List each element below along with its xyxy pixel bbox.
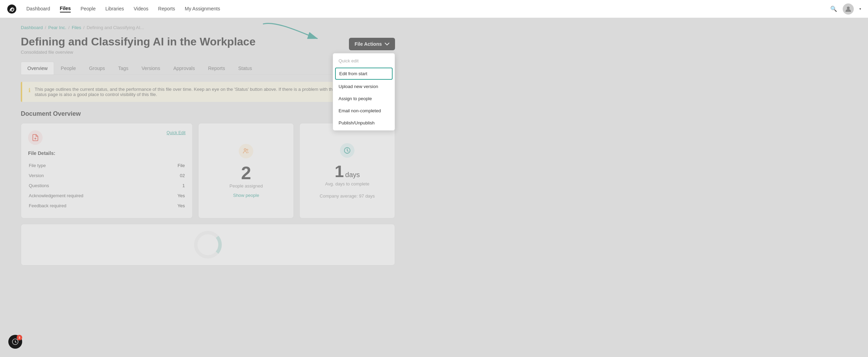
file-actions-dropdown: Quick edit Edit from start Upload new ve… xyxy=(333,53,395,131)
breadcrumb-pear-inc[interactable]: Pear Inc. xyxy=(48,25,66,30)
breadcrumb-sep-3: / xyxy=(83,25,85,30)
breadcrumb-files[interactable]: Files xyxy=(72,25,81,30)
file-details-card: Quick Edit File Details: File type File … xyxy=(21,123,193,218)
svg-point-8 xyxy=(196,233,220,257)
file-actions-label: File Actions xyxy=(354,41,382,47)
feedback-value: Yes xyxy=(166,201,185,210)
quick-edit-link[interactable]: Quick Edit xyxy=(167,130,186,135)
people-icon xyxy=(239,144,253,158)
breadcrumb-sep-2: / xyxy=(68,25,70,30)
main-content: Dashboard / Pear Inc. / Files / Defining… xyxy=(0,18,416,272)
breadcrumb-dashboard[interactable]: Dashboard xyxy=(21,25,43,30)
nav-item-libraries[interactable]: Libraries xyxy=(105,6,124,12)
svg-point-6 xyxy=(247,149,248,150)
title-section: Defining and Classifying AI in the Workp… xyxy=(21,35,349,62)
svg-point-1 xyxy=(847,7,850,9)
breadcrumb: Dashboard / Pear Inc. / Files / Defining… xyxy=(21,25,395,30)
dropdown-assign-to-people[interactable]: Assign to people xyxy=(333,93,395,105)
show-people-link[interactable]: Show people xyxy=(233,193,259,198)
tab-approvals[interactable]: Approvals xyxy=(167,62,201,75)
chevron-down-icon xyxy=(385,42,389,46)
dropdown-publish-unpublish[interactable]: Publish/Unpublish xyxy=(333,117,395,129)
table-row: File type File xyxy=(29,161,185,170)
breadcrumb-current: Defining and Classifying AI... xyxy=(87,25,144,30)
tab-tags[interactable]: Tags xyxy=(112,62,135,75)
page-title: Defining and Classifying AI in the Workp… xyxy=(21,35,349,48)
dropdown-edit-from-start[interactable]: Edit from start xyxy=(335,68,393,80)
acknowledgement-value: Yes xyxy=(166,191,185,200)
questions-label: Questions xyxy=(29,181,166,190)
user-avatar[interactable] xyxy=(843,3,854,15)
tab-versions[interactable]: Versions xyxy=(135,62,167,75)
completion-chart xyxy=(173,231,243,259)
feedback-label: Feedback required xyxy=(29,201,166,210)
file-actions-container: File Actions Quick edit Edit from start … xyxy=(349,38,395,50)
nav-item-videos[interactable]: Videos xyxy=(134,6,149,12)
version-value: 02 xyxy=(166,171,185,180)
breadcrumb-sep-1: / xyxy=(45,25,46,30)
people-assigned-label: People assigned xyxy=(229,183,263,189)
dropdown-email-non-completed[interactable]: Email non-completed xyxy=(333,105,395,117)
people-assigned-card: 2 People assigned Show people xyxy=(198,123,294,218)
file-type-value: File xyxy=(166,161,185,170)
days-unit: days xyxy=(345,171,360,179)
file-actions-button[interactable]: File Actions xyxy=(349,38,395,50)
days-label: Avg. days to complete xyxy=(325,181,369,186)
tab-status[interactable]: Status xyxy=(231,62,258,75)
clock-icon xyxy=(340,143,354,158)
days-number: 1 xyxy=(335,163,344,180)
nav-right-section: 🔍 ▾ xyxy=(830,3,861,15)
tab-overview[interactable]: Overview xyxy=(21,62,54,75)
nav-item-reports[interactable]: Reports xyxy=(158,6,175,12)
nav-item-dashboard[interactable]: Dashboard xyxy=(26,6,50,12)
nav-items: Dashboard Files People Libraries Videos … xyxy=(26,6,830,12)
top-navigation: Dashboard Files People Libraries Videos … xyxy=(0,0,868,18)
avatar-caret[interactable]: ▾ xyxy=(859,7,861,11)
svg-point-5 xyxy=(244,149,246,151)
table-row: Version 02 xyxy=(29,171,185,180)
search-icon[interactable]: 🔍 xyxy=(830,6,837,12)
cards-row: Quick Edit File Details: File type File … xyxy=(21,123,395,218)
nav-item-files[interactable]: Files xyxy=(60,6,71,12)
nav-item-people[interactable]: People xyxy=(80,6,96,12)
people-assigned-number: 2 xyxy=(241,164,251,182)
table-row: Questions 1 xyxy=(29,181,185,190)
company-average: Company average: 97 days xyxy=(320,193,375,199)
app-logo[interactable] xyxy=(7,4,17,14)
questions-value: 1 xyxy=(166,181,185,190)
dropdown-upload-new-version[interactable]: Upload new version xyxy=(333,80,395,93)
tab-groups[interactable]: Groups xyxy=(82,62,112,75)
file-details-title: File Details: xyxy=(28,150,185,156)
file-type-label: File type xyxy=(29,161,166,170)
table-row: Feedback required Yes xyxy=(29,201,185,210)
version-label: Version xyxy=(29,171,166,180)
file-icon xyxy=(28,130,43,145)
nav-item-my-assignments[interactable]: My Assignments xyxy=(185,6,220,12)
bottom-chart-card xyxy=(21,224,395,265)
acknowledgement-label: Acknowledgement required xyxy=(29,191,166,200)
tab-people[interactable]: People xyxy=(54,62,82,75)
days-to-complete-card: 1 days Avg. days to complete Company ave… xyxy=(299,123,395,218)
card-icon-area: Quick Edit xyxy=(28,130,185,145)
header-row: Defining and Classifying AI in the Workp… xyxy=(21,35,395,62)
info-icon: ℹ xyxy=(28,87,30,97)
dropdown-quick-edit[interactable]: Quick edit xyxy=(333,55,395,67)
file-details-table: File type File Version 02 Questions 1 Ac… xyxy=(28,160,185,211)
page-subtitle: Consolidated file overview xyxy=(21,50,349,55)
tab-reports[interactable]: Reports xyxy=(201,62,231,75)
table-row: Acknowledgement required Yes xyxy=(29,191,185,200)
